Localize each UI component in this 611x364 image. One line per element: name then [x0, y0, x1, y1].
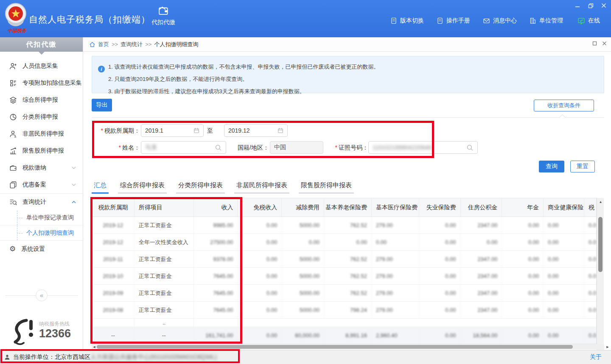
cell — [194, 319, 238, 327]
tab-nonresident-income-form[interactable]: 非居民所得申报表 — [234, 180, 289, 194]
tab-classified-income-form[interactable]: 分类所得申报表 — [176, 180, 225, 194]
sidebar-item-query-statistics[interactable]: 查询统计 — [0, 194, 83, 211]
restore-icon[interactable] — [587, 2, 594, 9]
table-row[interactable]: 2019-12全年一次性奖金收入27500.000.000.000.000.00… — [92, 234, 596, 251]
column-header[interactable]: 收入 — [194, 198, 238, 217]
reset-button[interactable]: 重置 — [570, 161, 595, 172]
table-row[interactable]: 2019-08正常工资薪金7645.000.005000.00798.24279… — [92, 302, 596, 319]
close-icon[interactable] — [600, 2, 608, 9]
search-icon[interactable] — [466, 144, 474, 151]
sidebar-item-nonresident-income[interactable]: 非居民所得申报 — [0, 125, 83, 142]
sidebar-item-personnel-info[interactable]: 人员信息采集 — [0, 58, 83, 75]
sidebar-item-system-settings[interactable]: ⚙ 系统设置 — [0, 241, 83, 258]
tab-daikou-daijiao[interactable]: 代扣代缴 — [144, 5, 182, 33]
sidebar-item-label: 非居民所得申报 — [22, 130, 64, 138]
maximize-icon[interactable] — [592, 41, 597, 46]
vertical-scrollbar[interactable]: ▲ ▼ — [597, 198, 604, 364]
column-header[interactable]: 住房公积金 — [461, 198, 502, 217]
breadcrumb-home[interactable]: 首页 — [98, 41, 109, 48]
table-row[interactable]: 2019-10正常工资薪金7645.000.005000.00762.52279… — [92, 268, 596, 285]
horizontal-scrollbar[interactable]: ◀ ▶ — [92, 344, 604, 350]
cell: 7645.00 — [194, 302, 238, 318]
search-list-icon — [9, 198, 17, 206]
column-header[interactable]: 商业健康保险 — [544, 198, 584, 217]
column-header[interactable]: 年金 — [502, 198, 544, 217]
column-header[interactable]: 基本养老保险费 — [324, 198, 372, 217]
vertical-scroll-thumb[interactable] — [598, 217, 603, 272]
main-content: i 1. 该查询统计表仅能查询已申报成功的数据，不包含未申报、申报失败，已申报但… — [83, 52, 611, 350]
sidebar-item-preferential-filing[interactable]: 优惠备案 — [0, 176, 83, 193]
sidebar-subitem-unit-declaration-query[interactable]: 单位申报记录查询 — [0, 211, 83, 225]
table-row[interactable]: 2019-11正常工资薪金9378.000.005000.00762.52279… — [92, 251, 596, 268]
cell: 2019-11 — [92, 251, 135, 267]
cell: 0.00 — [502, 251, 544, 267]
sidebar-item-comprehensive-income[interactable]: 综合所得申报 — [0, 92, 83, 108]
collapse-query-button[interactable]: 收折查询条件 — [534, 100, 594, 111]
cell: 正常工资薪金 — [135, 285, 194, 301]
scroll-right-icon[interactable]: ▶ — [605, 344, 610, 350]
cell: 0.00 — [238, 327, 282, 344]
home-icon[interactable] — [89, 42, 95, 47]
name-input[interactable]: 马某 — [141, 141, 226, 154]
sidebar-subitem-personal-withholding-query[interactable]: 个人扣缴明细查询 — [0, 225, 83, 240]
calendar-icon[interactable] — [193, 128, 199, 133]
column-header[interactable]: 税 — [584, 198, 596, 217]
table-row[interactable]: 2019-12正常工资薪金9985.000.005000.00762.52279… — [92, 217, 596, 234]
close-icon[interactable] — [602, 41, 607, 46]
menu-message-center[interactable]: 消息中心 — [483, 17, 517, 25]
cell: 279.00 — [372, 302, 419, 318]
period-to-input[interactable]: 2019.12 — [224, 124, 288, 137]
search-icon[interactable] — [215, 144, 222, 151]
tab-restricted-stock-form[interactable]: 限售股所得申报表 — [299, 180, 354, 194]
notice-box: i 1. 该查询统计表仅能查询已申报成功的数据，不包含未申报、申报失败，已申报但… — [92, 56, 604, 93]
menu-version-switch[interactable]: 版本切换 — [390, 17, 424, 25]
app-title: 自然人电子税务局（扣缴端） — [29, 14, 150, 25]
cell: 0.00 — [238, 251, 282, 267]
cell: 279.00 — [372, 217, 419, 233]
building-icon — [530, 17, 536, 24]
table-row[interactable]: 2019-09正常工资薪金7645.000.005000.00762.52279… — [92, 285, 596, 302]
cell: 0.00 — [238, 285, 282, 301]
table-total-row[interactable]: ----161,741.000.0060,000.008,991.162,960… — [92, 327, 596, 344]
column-header[interactable]: 失业保险费 — [419, 198, 461, 217]
sidebar-item-special-deduction[interactable]: 专项附加扣除信息采集 — [0, 75, 83, 92]
sidebar-menu: 人员信息采集 专项附加扣除信息采集 综合所得申报 — [0, 58, 83, 258]
cell: 0.00 — [372, 234, 419, 250]
column-header[interactable]: 减除费用 — [282, 198, 324, 217]
query-button[interactable]: 查询 — [539, 161, 564, 172]
sidebar-subitem-label: 单位申报记录查询 — [26, 214, 74, 222]
about-link[interactable]: 关于 — [590, 353, 602, 361]
column-header[interactable]: 免税收入 — [238, 198, 282, 217]
period-from-input[interactable]: 2019.1 — [141, 124, 204, 137]
tab-comprehensive-income-form[interactable]: 综合所得申报表 — [118, 180, 167, 194]
cell: 0.00 — [544, 217, 584, 233]
sidebar-item-restricted-stock[interactable]: 限售股所得申报 — [0, 142, 83, 159]
tab-summary[interactable]: 汇总 — [92, 180, 109, 194]
table-total-container: ----161,741.000.0060,000.008,991.162,960… — [92, 327, 596, 344]
cell: 0.00 — [502, 327, 544, 344]
cell: 0.00 — [238, 217, 282, 233]
menu-online-status[interactable]: 在线 — [577, 17, 600, 25]
breadcrumb-level1[interactable]: 查询统计 — [121, 41, 143, 48]
column-header[interactable]: 所得项目 — [135, 198, 194, 217]
menu-unit-management[interactable]: 单位管理 — [530, 17, 563, 25]
cell: 2019-08 — [92, 302, 135, 318]
calendar-icon[interactable] — [277, 128, 283, 133]
column-header[interactable]: 基本医疗保险费 — [372, 198, 419, 217]
menu-manual[interactable]: 操作手册 — [437, 17, 470, 25]
id-number-input[interactable]: 110102199904220646 — [368, 141, 478, 154]
scroll-left-icon[interactable]: ◀ — [92, 344, 97, 350]
export-button[interactable]: 导出 — [92, 99, 112, 111]
cell: -- — [92, 327, 135, 344]
app-header: 中国税务 自然人电子税务局（扣缴端） 代扣代缴 版本切换 — [0, 0, 611, 37]
sidebar-collapse-button[interactable]: « — [36, 289, 48, 301]
minimize-icon[interactable] — [574, 2, 581, 9]
documents-icon — [9, 181, 17, 189]
cell: 2347.00 — [461, 302, 502, 318]
column-header[interactable]: 税款所属期 — [92, 198, 135, 217]
document-icon — [390, 17, 397, 24]
sidebar-item-classified-income[interactable]: 分类所得申报 — [0, 108, 83, 125]
sidebar-item-tax-payment[interactable]: 税款缴纳 — [0, 159, 83, 176]
horizontal-scroll-thumb[interactable] — [97, 345, 573, 349]
scroll-up-icon[interactable]: ▲ — [597, 199, 604, 205]
